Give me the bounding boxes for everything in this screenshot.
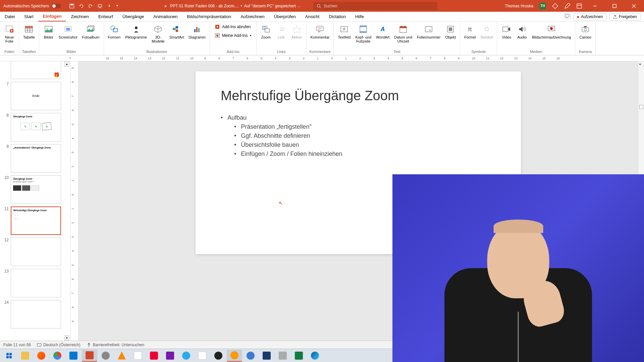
datum-uhrzeit-button[interactable]: Datum und Uhrzeit (393, 23, 414, 44)
redo-icon[interactable] (88, 4, 93, 8)
bildschirmaufzeichnung-button[interactable]: Bildschirmaufzeichnung (531, 23, 572, 40)
freigeben-button[interactable]: Freigeben (609, 13, 641, 20)
formel-button[interactable]: π Formel (463, 23, 477, 40)
tab-zeichnen[interactable]: Zeichnen (66, 12, 93, 21)
toggle-switch-icon[interactable] (52, 4, 61, 8)
tab-uebergaenge[interactable]: Übergänge (118, 12, 149, 21)
slide-thumb-13[interactable]: 13 (0, 267, 70, 299)
diagramm-button[interactable]: Diagramm (187, 23, 207, 40)
touch-mode-icon[interactable] (107, 4, 112, 8)
tab-aufzeichnen[interactable]: Aufzeichnen (236, 12, 269, 21)
taskbar-chrome[interactable] (50, 350, 65, 362)
slide-thumb-14[interactable]: 14 (0, 299, 70, 330)
tab-start[interactable]: Start (19, 12, 38, 21)
taskbar-explorer[interactable] (17, 350, 33, 362)
qat-overflow-icon[interactable]: ▾ (116, 4, 118, 8)
slide-thumb-11[interactable]: 11 Mehrstufige Übergänge Zoom • ...... •… (0, 205, 70, 236)
save-icon[interactable] (69, 4, 74, 8)
user-avatar[interactable]: TH (539, 3, 546, 9)
fotoalbum-button[interactable]: Fotoalbum (81, 23, 101, 40)
piktogramme-button[interactable]: Piktogramme (124, 23, 148, 40)
status-slide-count[interactable]: Folie 11 von 56 (3, 343, 31, 347)
screenshot-button[interactable]: Screenshot (57, 23, 79, 40)
symbol-button[interactable]: Ω Symbol (479, 23, 494, 40)
user-name-label[interactable]: Thomas Hruska (505, 4, 533, 8)
aufzeichnen-button[interactable]: ●Aufzeichnen (573, 13, 607, 20)
taskbar-app-blue[interactable] (243, 350, 258, 362)
kommentar-button[interactable]: Kommentar (309, 23, 331, 40)
taskbar-powerpoint[interactable] (82, 350, 97, 362)
slide-thumb-12[interactable]: 12 (0, 236, 70, 267)
undo-icon[interactable] (79, 4, 84, 8)
neue-folie-button[interactable]: Neue Folie (3, 23, 16, 44)
minimize-button[interactable] (588, 0, 602, 12)
aktion-button[interactable]: Aktion (290, 23, 304, 40)
tab-ansicht[interactable]: Ansicht (301, 12, 324, 21)
taskbar-outlook[interactable] (66, 350, 81, 362)
audio-button[interactable]: Audio (515, 23, 529, 40)
slide-thumb-10[interactable]: 10 Übergänge Zoom Einfacher geht's nicht… (0, 174, 70, 205)
zoom-button[interactable]: Zoom (259, 23, 273, 40)
autosave-toggle[interactable]: Automatisches Speichern (0, 4, 64, 8)
addins-abrufen-button[interactable]: Add-Ins abrufen (213, 23, 254, 31)
bilder-button[interactable]: Bilder (42, 23, 55, 40)
wordart-button[interactable]: A WordArt (375, 23, 391, 40)
tab-entwurf[interactable]: Entwurf (94, 12, 118, 21)
status-language[interactable]: Deutsch (Österreich) (37, 343, 80, 347)
scroll-thumb[interactable] (639, 105, 643, 109)
maximize-button[interactable] (608, 0, 621, 12)
panel-scroll-down[interactable]: ▾ (64, 335, 69, 341)
search-box[interactable] (313, 2, 437, 10)
taskbar-telegram[interactable] (178, 350, 194, 362)
taskbar-onenote[interactable] (162, 350, 178, 362)
meine-addins-button[interactable]: Meine Add-Ins ▾ (213, 32, 254, 39)
close-button[interactable] (627, 0, 641, 12)
taskbar-edge[interactable] (307, 350, 323, 362)
slide-thumbnails-panel[interactable]: ▴ 🎁 7 Ende 8 Übergänge Zoom 🦎 🦎 🦎 9 „Aut… (0, 61, 70, 341)
tab-animationen[interactable]: Animationen (149, 12, 182, 21)
3d-modelle-button[interactable]: 3D- Modelle (150, 23, 166, 44)
smartart-button[interactable]: SmartArt (168, 23, 185, 40)
pen-icon[interactable] (564, 3, 570, 9)
taskbar-app-white2[interactable] (195, 350, 210, 362)
panel-scroll-up[interactable]: ▴ (64, 61, 69, 67)
taskbar-excel[interactable] (291, 350, 307, 362)
taskbar-app-grey2[interactable] (275, 350, 290, 362)
textfeld-button[interactable]: A Textfeld (336, 23, 352, 40)
link-button[interactable]: Link (275, 23, 288, 40)
taskbar-app-navy[interactable] (259, 350, 274, 362)
status-accessibility[interactable]: Barrierefreiheit: Untersuchen (87, 343, 144, 347)
video-button[interactable]: Video (500, 23, 513, 40)
slide-bullets[interactable]: Aufbau Präsentation „fertigstellen" Ggf.… (221, 113, 496, 159)
taskbar-app-grey[interactable] (98, 350, 113, 362)
slide-thumb-6-partial[interactable]: 🎁 (0, 61, 70, 80)
slide-thumb-9[interactable]: 9 „Automatische" Übergänge Zoom (0, 143, 70, 174)
taskbar-firefox[interactable] (34, 350, 49, 362)
search-input[interactable] (324, 4, 434, 8)
slide-title[interactable]: Mehrstufige Übergänge Zoom (221, 88, 496, 103)
taskbar-app-red[interactable] (146, 350, 162, 362)
foliennummer-button[interactable]: # Foliennummer (416, 23, 442, 40)
tab-hilfe[interactable]: Hilfe (351, 12, 369, 21)
tab-dictation[interactable]: Dictation (324, 12, 351, 21)
taskbar-app-orange[interactable] (227, 350, 242, 362)
objekt-button[interactable]: Objekt (444, 23, 457, 40)
formen-button[interactable]: Formen (107, 23, 122, 40)
present-icon[interactable] (98, 4, 102, 8)
taskbar-obs[interactable] (211, 350, 226, 362)
comments-button[interactable] (564, 13, 571, 19)
scroll-up-icon[interactable]: ▴ (639, 62, 641, 65)
tab-einfuegen[interactable]: Einfügen (38, 12, 66, 21)
taskbar-app-white[interactable] (130, 350, 146, 362)
diamond-icon[interactable] (552, 3, 558, 9)
taskbar-vlc[interactable] (114, 350, 129, 362)
slide-thumb-7[interactable]: 7 Ende (0, 80, 70, 112)
slide-thumb-8[interactable]: 8 Übergänge Zoom 🦎 🦎 🦎 (0, 112, 70, 143)
tab-datei[interactable]: Datei (0, 12, 19, 21)
kopf-fusszeile-button[interactable]: Kopf- und Fußzeile (354, 23, 373, 44)
tab-ueberpruefen[interactable]: Überprüfen (269, 12, 301, 21)
cameo-button[interactable]: Cameo (578, 23, 592, 40)
ruler-scroll-up-icon[interactable]: ▴ (69, 56, 71, 59)
tab-bildschirm[interactable]: Bildschirmpräsentation (182, 12, 236, 21)
tabelle-button[interactable]: Tabelle (22, 23, 36, 40)
